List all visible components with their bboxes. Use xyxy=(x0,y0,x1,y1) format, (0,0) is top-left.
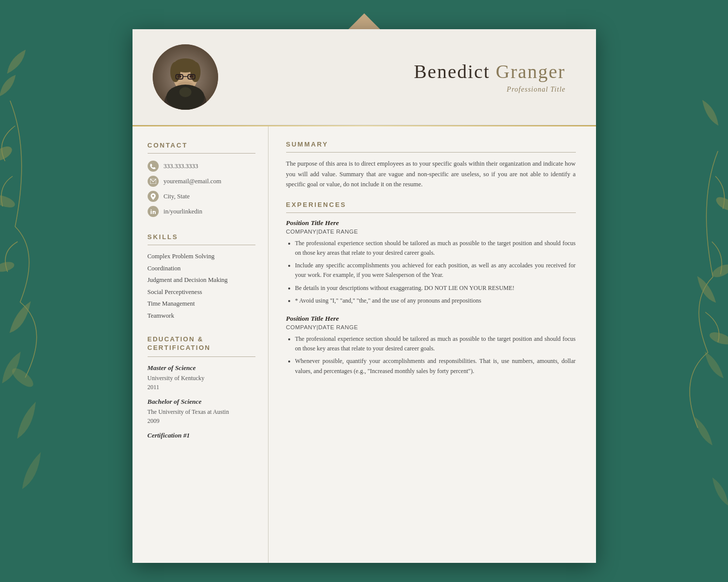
education-section-title: EDUCATION & CERTIFICATION xyxy=(148,335,255,352)
resume-container: Benedict Granger Professional Title CONT… xyxy=(133,29,596,563)
main-content: SUMMARY The purpose of this area is to d… xyxy=(269,126,596,563)
degree-year: 2009 xyxy=(148,416,255,425)
summary-section-title: SUMMARY xyxy=(286,140,576,148)
experiences-divider xyxy=(286,212,576,213)
experience-bullet: Include any specific accomplishments you… xyxy=(295,261,576,280)
skill-item: Judgment and Decision Making xyxy=(148,276,255,285)
degree-school: University of Kentucky xyxy=(148,374,255,383)
svg-point-4 xyxy=(714,195,728,213)
avatar xyxy=(153,44,218,110)
experience-bullets: The professional experience section shou… xyxy=(286,334,576,376)
skill-item: Time Management xyxy=(148,300,255,309)
svg-point-24 xyxy=(152,195,154,197)
experience-company: COMPANY|DATE RANGE xyxy=(286,229,576,235)
experience-entry: Position Title HereCOMPANY|DATE RANGEThe… xyxy=(286,315,576,376)
skills-list: Complex Problem SolvingCoordinationJudgm… xyxy=(148,252,255,320)
experience-bullet: Be details in your descriptions without … xyxy=(295,283,576,293)
email-value: youremail@email.com xyxy=(164,178,222,185)
experiences-section: EXPERIENCES Position Title HereCOMPANY|D… xyxy=(286,201,576,385)
contact-location: City, State xyxy=(148,191,255,202)
education-entry: Master of ScienceUniversity of Kentucky2… xyxy=(148,364,255,392)
summary-divider xyxy=(286,152,576,153)
experience-bullets: The professional experience section shou… xyxy=(286,239,576,306)
contact-section-title: CONTACT xyxy=(148,141,255,149)
svg-point-1 xyxy=(0,193,16,209)
skills-section-title: SKILLS xyxy=(148,233,255,241)
name-area: Benedict Granger Professional Title xyxy=(233,60,571,94)
degree-year: 2011 xyxy=(148,383,255,392)
skill-item: Teamwork xyxy=(148,312,255,321)
skill-item: Coordination xyxy=(148,264,255,273)
summary-text: The purpose of this area is to direct em… xyxy=(286,159,576,190)
first-name: Benedict xyxy=(414,61,490,82)
svg-point-22 xyxy=(179,87,191,97)
experience-position: Position Title Here xyxy=(286,219,576,227)
contact-email: youremail@email.com xyxy=(148,176,255,187)
skill-item: Social Perceptiveness xyxy=(148,288,255,297)
svg-point-6 xyxy=(708,330,728,346)
full-name: Benedict Granger xyxy=(414,60,565,83)
location-icon xyxy=(148,191,159,202)
experiences-section-title: EXPERIENCES xyxy=(286,201,576,208)
linkedin-value: in/yourlinkedin xyxy=(164,208,203,215)
linkedin-icon xyxy=(148,206,159,217)
phone-value: 333.333.3333 xyxy=(164,163,198,170)
education-list: Master of ScienceUniversity of Kentucky2… xyxy=(148,364,255,425)
resume-body: CONTACT 333.333.3333 xyxy=(133,126,596,563)
email-icon xyxy=(148,176,159,187)
svg-point-18 xyxy=(177,75,181,78)
resume-header: Benedict Granger Professional Title xyxy=(133,29,596,125)
contact-divider xyxy=(148,153,255,154)
svg-rect-26 xyxy=(151,211,152,214)
education-entry: Bachelor of ScienceThe University of Tex… xyxy=(148,398,255,425)
skill-item: Complex Problem Solving xyxy=(148,252,255,261)
last-name: Granger xyxy=(496,61,565,82)
svg-point-27 xyxy=(151,209,152,210)
experience-bullet: The professional experience section shou… xyxy=(295,239,576,258)
experience-bullet: Whenever possible, quantify your accompl… xyxy=(295,356,576,376)
experience-bullet: * Avoid using "I," "and," "the," and the… xyxy=(295,296,576,306)
degree-title: Master of Science xyxy=(148,364,255,372)
skills-section: SKILLS Complex Problem SolvingCoordinati… xyxy=(148,233,255,323)
contact-linkedin: in/yourlinkedin xyxy=(148,206,255,217)
skills-divider xyxy=(148,245,255,245)
professional-title: Professional Title xyxy=(507,86,566,94)
phone-icon xyxy=(148,161,159,172)
cert-title: Certification #1 xyxy=(148,431,255,440)
contact-section: CONTACT 333.333.3333 xyxy=(148,141,255,221)
summary-section: SUMMARY The purpose of this area is to d… xyxy=(286,140,576,190)
experience-company: COMPANY|DATE RANGE xyxy=(286,324,576,330)
svg-point-19 xyxy=(189,75,193,78)
location-value: City, State xyxy=(164,193,190,200)
education-section: EDUCATION & CERTIFICATION Master of Scie… xyxy=(148,335,255,440)
degree-school: The University of Texas at Austin xyxy=(148,407,255,416)
experience-entry: Position Title HereCOMPANY|DATE RANGEThe… xyxy=(286,219,576,306)
sidebar: CONTACT 333.333.3333 xyxy=(133,126,269,563)
experience-bullet: The professional experience section shou… xyxy=(295,334,576,353)
experiences-list: Position Title HereCOMPANY|DATE RANGEThe… xyxy=(286,219,576,376)
degree-title: Bachelor of Science xyxy=(148,398,255,406)
experience-position: Position Title Here xyxy=(286,315,576,323)
contact-phone: 333.333.3333 xyxy=(148,161,255,172)
education-divider xyxy=(148,356,255,357)
svg-point-5 xyxy=(711,262,728,279)
